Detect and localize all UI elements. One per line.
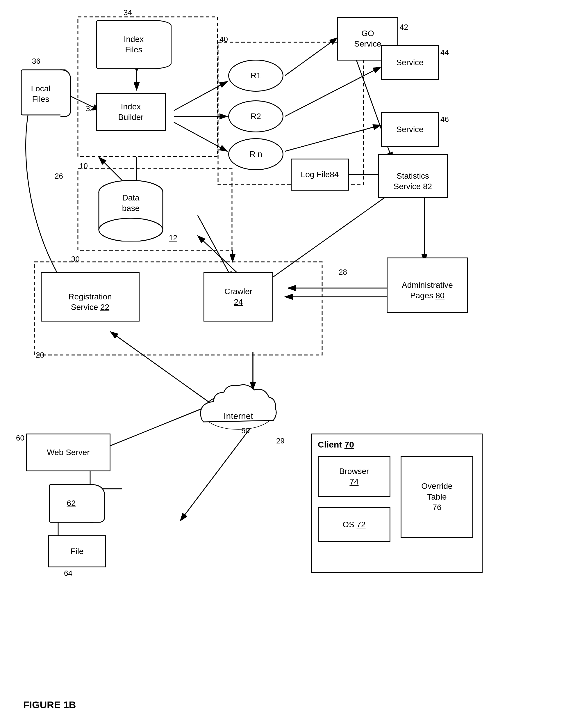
client-container: Client 70 Browser74 OverrideTable76 OS 7…	[311, 434, 482, 573]
label-36: 36	[32, 57, 40, 66]
label-40: 40	[220, 35, 228, 44]
registration-service-node: RegistrationService 22	[41, 272, 140, 321]
figure-caption: FIGURE 1B	[23, 699, 76, 710]
label-64: 64	[64, 569, 73, 578]
index-builder-node: Index Builder	[96, 93, 166, 131]
browser-node: Browser74	[318, 456, 390, 497]
label-26: 26	[55, 172, 63, 181]
admin-pages-node: AdministrativePages 80	[387, 258, 468, 313]
file-64-node: File	[48, 536, 106, 567]
label-44: 44	[440, 48, 449, 57]
diagram: 34 Index Files Index Builder 32 LocalFil…	[0, 0, 582, 684]
diagram-svg	[0, 0, 582, 684]
label-32: 32	[86, 104, 94, 113]
crawler-node: Crawler 24	[203, 272, 273, 321]
label-50: 50	[241, 426, 250, 435]
rn-node: R n	[228, 138, 283, 170]
svg-line-8	[174, 81, 227, 110]
label-28: 28	[339, 268, 347, 277]
svg-line-10	[174, 122, 227, 151]
internet-node: Internet	[198, 381, 279, 434]
file-62-node: 62	[48, 483, 106, 524]
log-file-node: Log File 84	[291, 159, 349, 190]
r1-node: R1	[228, 60, 283, 92]
label-60: 60	[16, 434, 24, 443]
label-10: 10	[79, 161, 88, 171]
database-node: Database 12	[93, 178, 169, 241]
web-server-node: Web Server	[26, 434, 110, 471]
label-30: 30	[71, 255, 80, 264]
service-46-node: Service	[381, 112, 439, 147]
svg-line-13	[285, 125, 381, 151]
label-20: 20	[36, 350, 44, 360]
override-table-node: OverrideTable76	[400, 456, 473, 538]
label-42: 42	[400, 23, 408, 32]
os-node: OS 72	[318, 507, 390, 542]
local-files-node: LocalFiles	[20, 69, 72, 119]
svg-point-40	[99, 218, 163, 241]
svg-line-12	[285, 67, 381, 116]
label-34: 34	[123, 8, 132, 17]
label-29: 29	[276, 437, 285, 445]
svg-line-25	[110, 332, 212, 405]
index-files-node: Index Files	[96, 20, 171, 69]
statistics-service-node: StatisticsService 82	[378, 154, 448, 198]
service-44-node: Service	[381, 45, 439, 80]
r2-node: R2	[228, 100, 283, 132]
svg-line-16	[261, 192, 392, 285]
svg-line-11	[285, 38, 337, 76]
label-46: 46	[440, 115, 449, 124]
svg-line-21	[198, 215, 232, 279]
